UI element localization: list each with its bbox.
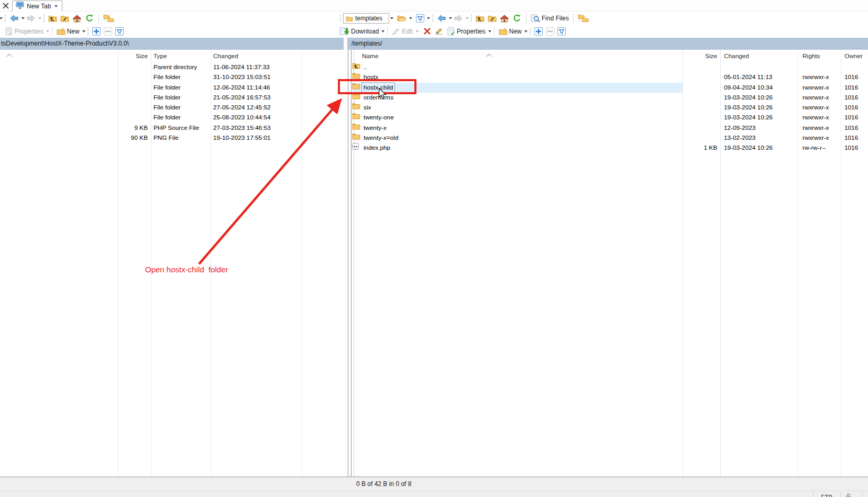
remote-selection-filter-button[interactable] (556, 26, 567, 37)
remote-file-row[interactable]: six 19-03-2024 10:26 rwxrwxr-x 1016 (349, 103, 868, 113)
local-new-dropdown-icon[interactable] (82, 30, 85, 32)
local-file-row[interactable]: File folder 12-06-2024 11:14:46 (0, 83, 349, 93)
remote-new-dropdown-icon[interactable] (524, 30, 528, 32)
remote-path-bar[interactable]: /templates/ (347, 38, 868, 50)
toolbar-grip[interactable] (530, 28, 531, 35)
delete-button[interactable] (422, 26, 433, 36)
filter-dropdown-icon[interactable] (427, 17, 430, 19)
remote-column-name[interactable]: Name (362, 50, 378, 62)
remote-file-row[interactable]: twenty-one 19-03-2024 10:26 rwxrwxr-x 10… (349, 113, 868, 123)
edit-dropdown-icon[interactable] (415, 30, 419, 32)
open-directory-button[interactable] (59, 14, 71, 23)
toolbar-grip[interactable] (87, 28, 89, 35)
local-properties-button[interactable]: Properties (3, 26, 45, 37)
remote-properties-dropdown-icon[interactable] (488, 30, 491, 32)
local-properties-dropdown-icon[interactable] (46, 30, 49, 32)
remote-column-rights[interactable]: Rights (803, 50, 820, 62)
directory-combo-dropdown-icon[interactable] (390, 17, 393, 19)
toolbar-grip[interactable] (432, 15, 433, 22)
toolbar-grip[interactable] (5, 15, 6, 22)
local-unselect-button[interactable] (102, 26, 114, 37)
remote-file-row[interactable]: index.php 1 KB 19-03-2024 10:26 rw-rw-r-… (349, 143, 868, 153)
find-files-button[interactable]: Find Files (529, 13, 570, 24)
remote-properties-button[interactable]: Properties (445, 26, 487, 37)
remote-file-row[interactable]: twenty-x=old 13-02-2023 rwxrwxr-x 1016 (349, 133, 868, 143)
remote-forward-button[interactable] (452, 14, 465, 23)
remote-file-row[interactable]: orderforms 19-03-2024 10:26 rwxrwxr-x 10… (349, 93, 868, 103)
directory-combo-value: templates (355, 15, 387, 22)
remote-file-row[interactable]: twenty-x 12-09-2023 rwxrwxr-x 1016 (349, 123, 868, 133)
remote-synchronize-browsing-button[interactable] (576, 13, 591, 24)
file-owner: 1016 (844, 103, 858, 113)
toolbar-grip[interactable] (471, 15, 472, 22)
close-icon[interactable] (2, 2, 10, 10)
toolbar-separator (387, 27, 388, 36)
session-dropdown-icon[interactable] (0, 17, 3, 19)
refresh-button[interactable] (83, 13, 96, 24)
home-directory-button[interactable] (71, 14, 83, 24)
remote-column-changed[interactable]: Changed (724, 50, 749, 62)
remote-column-owner[interactable]: Owner (844, 50, 863, 62)
parent-directory-button[interactable] (47, 14, 59, 23)
open-directory-dropdown-icon[interactable] (409, 17, 412, 19)
remote-column-size[interactable]: Size (665, 50, 717, 62)
file-rights: rwxrwxr-x (803, 72, 829, 82)
remote-home-directory-button[interactable] (498, 14, 511, 24)
file-name: twenty-x=old (362, 133, 400, 143)
rename-button[interactable] (433, 26, 445, 36)
file-name: twenty-one (362, 113, 395, 123)
tab-new-tab[interactable]: New Tab (12, 1, 62, 12)
local-path-bar[interactable]: tsDevelopment\HostX-Theme-Product\V3.0.0… (0, 38, 344, 50)
remote-refresh-button[interactable] (511, 13, 523, 24)
directory-combo[interactable]: templates (343, 13, 389, 24)
local-file-row[interactable]: Parent directory 11-06-2024 11:37:33 (0, 62, 349, 72)
local-file-row[interactable]: File folder 31-10-2023 15:03:51 (0, 72, 349, 82)
file-changed: 19-03-2024 10:26 (724, 103, 773, 113)
remote-back-button[interactable] (435, 14, 448, 23)
remote-parent-directory-button[interactable] (474, 14, 486, 23)
local-new-button[interactable]: New (55, 27, 81, 36)
toolbar-grip[interactable] (43, 15, 45, 22)
local-file-row[interactable]: File folder 21-05-2024 16:57:53 (0, 93, 349, 103)
edit-button[interactable]: Edit (390, 26, 414, 37)
file-changed: 25-08-2023 10:44:54 (213, 113, 271, 123)
local-file-row[interactable]: 90 KB PNG File 19-10-2023 17:55:01 (0, 133, 349, 143)
protocol-indicator[interactable]: FTP (813, 491, 840, 497)
remote-new-button[interactable]: New (497, 27, 523, 36)
remote-select-button[interactable] (533, 26, 544, 37)
local-selection-filter-button[interactable] (114, 26, 125, 37)
forward-button[interactable] (25, 14, 37, 23)
local-file-row[interactable]: File folder 25-08-2023 10:44:54 (0, 113, 349, 123)
local-column-size[interactable]: Size (111, 50, 148, 62)
local-column-changed[interactable]: Changed (213, 50, 238, 62)
local-column-type[interactable]: Type (153, 50, 167, 62)
file-icon (352, 93, 360, 100)
file-name: twenty-x (362, 123, 388, 133)
remote-open-directory-button[interactable] (486, 14, 498, 23)
back-button[interactable] (8, 14, 20, 23)
file-owner: 1016 (844, 83, 858, 93)
remote-file-row[interactable]: .. (349, 62, 868, 72)
open-directory-bookmark-button[interactable] (395, 14, 408, 23)
open-directory-icon (60, 15, 69, 22)
forward-history-icon[interactable] (38, 17, 41, 19)
local-file-row[interactable]: File folder 27-05-2024 12:45:52 (0, 103, 349, 113)
remote-file-row[interactable]: hostx 05-01-2024 11:13 rwxrwxr-x 1016 (349, 72, 868, 82)
download-dropdown-icon[interactable] (381, 30, 384, 32)
filter-button[interactable] (414, 13, 426, 24)
remote-file-row[interactable]: hostx-child 09-04-2024 10:34 rwxrwxr-x 1… (349, 83, 868, 93)
chevron-down-icon[interactable] (54, 5, 58, 7)
file-icon (352, 103, 360, 109)
local-file-row[interactable]: 9 KB PHP Source File 27-03-2023 15:46:53 (0, 123, 349, 133)
remote-navigation-toolbar: templates Find Files (338, 12, 591, 25)
download-button[interactable]: Download (338, 26, 380, 37)
toolbar-grip[interactable] (340, 15, 341, 22)
local-select-button[interactable] (91, 26, 102, 37)
remote-forward-history-icon[interactable] (466, 17, 469, 19)
local-file-command-toolbar: Properties New (0, 25, 125, 38)
synchronize-browsing-button[interactable] (102, 13, 116, 24)
remote-new-label: New (509, 28, 522, 35)
file-type: Parent directory (153, 62, 197, 72)
remote-unselect-button[interactable] (544, 26, 556, 37)
file-changed: 12-06-2024 11:14:46 (213, 83, 270, 93)
